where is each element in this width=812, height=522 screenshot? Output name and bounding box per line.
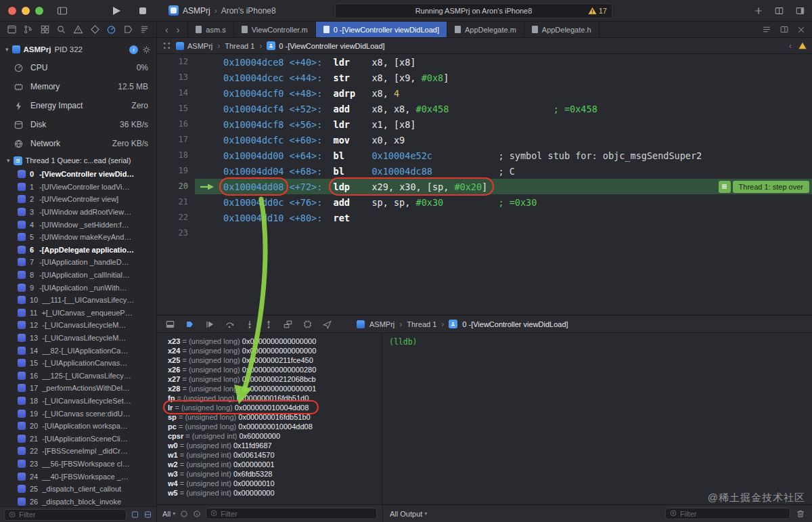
toggle-navigator-icon[interactable] bbox=[57, 5, 68, 16]
disclosure-icon[interactable]: ▾ bbox=[7, 157, 10, 164]
info-icon[interactable]: i bbox=[129, 45, 138, 54]
warning-count-badge[interactable]: 17 bbox=[588, 4, 607, 18]
stack-frame-row[interactable]: 5 -[UIWindow makeKeyAnd… bbox=[0, 231, 156, 244]
register-row[interactable]: lr = (unsigned long) 0x000000010004dd08 bbox=[157, 403, 382, 412]
view-mode-icon[interactable] bbox=[143, 510, 152, 519]
source-control-navigator-icon[interactable] bbox=[23, 24, 33, 35]
stack-frame-row[interactable]: 15 -[_UIApplicationCanvas… bbox=[0, 357, 156, 370]
gear-icon[interactable] bbox=[142, 45, 151, 54]
stack-frame-row[interactable]: 3 -[UIWindow addRootView… bbox=[0, 206, 156, 219]
register-row[interactable]: x24 = (unsigned long) 0x0000000000000000 bbox=[157, 346, 382, 355]
adjust-editor-icon[interactable] bbox=[762, 25, 771, 34]
register-row[interactable]: w0 = (unsigned int) 0x11fd9687 bbox=[157, 441, 382, 450]
debug-console[interactable]: (lldb) bbox=[382, 333, 812, 504]
assembly-instruction[interactable]: 0x10004dcf0 <+48>: adrp x8, 4 bbox=[223, 88, 399, 99]
assembly-instruction[interactable]: 0x10004dcf4 <+52>: add x8, x8, #0x458 ; … bbox=[223, 104, 597, 114]
stack-frame-row[interactable]: 10 __111-[__UICanvasLifecy… bbox=[0, 294, 156, 307]
stack-frame-row[interactable]: 4 -[UIWindow _setHidden:f… bbox=[0, 218, 156, 231]
line-number[interactable]: 14 bbox=[157, 85, 195, 101]
stack-frame-row[interactable]: 11 +[_UICanvas _enqueueP… bbox=[0, 307, 156, 320]
stack-frame-row[interactable]: 24 __40-[FBSWorkspace _… bbox=[0, 470, 156, 483]
register-row[interactable]: x23 = (unsigned long) 0x0000000000000000 bbox=[157, 336, 382, 346]
line-number[interactable]: 16 bbox=[157, 116, 195, 132]
variables-filter-field[interactable] bbox=[206, 508, 377, 519]
navigator-filter-field[interactable] bbox=[4, 509, 127, 521]
assembly-instruction[interactable]: 0x10004dd10 <+80>: ret bbox=[223, 213, 350, 223]
breakpoints-toggle-icon[interactable] bbox=[185, 320, 195, 329]
assembly-instruction[interactable]: 0x10004dd00 <+64>: bl 0x10004e52c ; symb… bbox=[223, 150, 702, 161]
line-number[interactable]: 17 bbox=[157, 132, 195, 148]
thread-state-badge[interactable]: Thread 1: step over bbox=[719, 181, 809, 193]
stack-frame-row[interactable]: 22 -[FBSSceneImpl _didCr… bbox=[0, 445, 156, 458]
tab-asm-s[interactable]: asm.s bbox=[188, 22, 233, 37]
zoom-button[interactable] bbox=[35, 7, 43, 15]
chevron-left-icon[interactable]: ‹ bbox=[789, 41, 792, 51]
minimize-button[interactable] bbox=[22, 7, 30, 15]
stack-frame-row[interactable]: 18 -[_UICanvasLifecycleSet… bbox=[0, 395, 156, 408]
assembly-instruction[interactable]: 0x10004dd0c <+76>: add sp, sp, #0x30 ; =… bbox=[223, 197, 537, 208]
tab-viewcontroller-m[interactable]: ViewController.m bbox=[234, 22, 316, 37]
assembly-instruction[interactable]: 0x10004dcfc <+60>: mov x0, x9 bbox=[223, 135, 405, 146]
find-navigator-icon[interactable] bbox=[56, 24, 66, 35]
continue-icon[interactable] bbox=[204, 320, 215, 329]
breadcrumb-symbol[interactable]: 0 -[ViewController viewDidLoad] bbox=[267, 41, 384, 50]
test-navigator-icon[interactable] bbox=[90, 24, 100, 35]
breadcrumb-label[interactable]: Thread 1 bbox=[407, 320, 436, 328]
line-number[interactable]: 15 bbox=[157, 101, 195, 116]
report-navigator-icon[interactable] bbox=[139, 24, 150, 35]
stack-frame-row[interactable]: 0 -[ViewController viewDid… bbox=[0, 168, 156, 181]
assembly-instruction[interactable]: 0x10004dcf8 <+56>: ldr x1, [x8] bbox=[223, 119, 416, 130]
project-navigator-icon[interactable] bbox=[7, 24, 17, 35]
line-number[interactable]: 22 bbox=[157, 210, 195, 225]
stack-frame-row[interactable]: 13 -[_UICanvasLifecycleM… bbox=[0, 332, 156, 345]
stack-frame-row[interactable]: 2 -[UIViewController view] bbox=[0, 193, 156, 206]
related-items-icon[interactable] bbox=[162, 41, 171, 50]
register-row[interactable]: w1 = (unsigned int) 0x00614570 bbox=[157, 450, 382, 460]
register-row[interactable]: w3 = (unsigned int) 0x6fdb5328 bbox=[157, 469, 382, 479]
breakpoint-navigator-icon[interactable] bbox=[123, 24, 133, 35]
trash-icon[interactable] bbox=[796, 509, 805, 519]
stack-frame-row[interactable]: 8 -[UIApplication _callInitial… bbox=[0, 269, 156, 282]
run-button[interactable] bbox=[112, 6, 121, 16]
breadcrumb-project[interactable]: ASMPrj bbox=[176, 42, 212, 50]
stack-frame-row[interactable]: 12 -[_UICanvasLifecycleM… bbox=[0, 319, 156, 332]
warning-jump-icon[interactable] bbox=[798, 42, 807, 49]
step-over-icon[interactable] bbox=[224, 320, 235, 329]
gauge-network[interactable]: Network Zero KB/s bbox=[0, 134, 156, 153]
add-editor-icon[interactable] bbox=[774, 6, 784, 16]
variables-filter-input[interactable] bbox=[221, 510, 382, 518]
variables-scope-select[interactable]: All ▾ bbox=[162, 510, 175, 518]
console-filter-input[interactable] bbox=[680, 510, 796, 518]
stack-frame-row[interactable]: 1 -[UIViewController loadVi… bbox=[0, 181, 156, 194]
back-icon[interactable]: ‹ bbox=[165, 24, 168, 35]
stack-frame-row[interactable]: 21 -[UIApplicationSceneCli… bbox=[0, 432, 156, 445]
stack-frame-row[interactable]: 26 _dispatch_block_invoke bbox=[0, 495, 156, 506]
stack-frame-row[interactable]: 7 -[UIApplication _handleD… bbox=[0, 256, 156, 269]
register-row[interactable]: w2 = (unsigned int) 0x00000001 bbox=[157, 460, 382, 469]
step-into-icon[interactable] bbox=[245, 320, 254, 329]
thread-row[interactable]: ▾ Thread 1 Queue: c...ead (serial) bbox=[0, 153, 156, 168]
tab-viewdidload-disassembly[interactable]: 0 -[ViewController viewDidLoad] bbox=[316, 22, 447, 37]
debug-navigator-icon[interactable] bbox=[106, 24, 116, 35]
breadcrumb-label[interactable]: 0 -[ViewController viewDidLoad] bbox=[462, 320, 568, 328]
close-button[interactable] bbox=[8, 7, 16, 15]
stack-frame-row[interactable]: 17 _performActionsWithDel… bbox=[0, 382, 156, 395]
assembly-instruction[interactable]: 0x10004dce8 <+40>: ldr x8, [x8] bbox=[223, 57, 416, 68]
stop-button[interactable] bbox=[139, 7, 147, 15]
toggle-inspector-icon[interactable] bbox=[795, 6, 805, 16]
stack-frame-row[interactable]: 16 __125-[_UICanvasLifecy… bbox=[0, 370, 156, 383]
register-row[interactable]: x28 = (unsigned long) 0x0000000000000001 bbox=[157, 384, 382, 393]
split-editor-icon[interactable] bbox=[780, 25, 789, 34]
flat-view-icon[interactable] bbox=[180, 510, 188, 518]
register-row[interactable]: cpsr = (unsigned int) 0x60000000 bbox=[157, 431, 382, 441]
scheme-selector[interactable]: ASMPrj › Aron's iPhone8 bbox=[168, 5, 276, 16]
navigator-filter-input[interactable] bbox=[19, 510, 132, 519]
tab-appdelegate-m[interactable]: AppDelegate.m bbox=[447, 22, 524, 37]
line-number[interactable]: 18 bbox=[157, 148, 195, 163]
view-hierarchy-icon[interactable] bbox=[283, 320, 293, 329]
console-output-select[interactable]: All Output ▾ bbox=[390, 510, 427, 518]
register-row[interactable]: x25 = (unsigned long) 0x0000000211fce450 bbox=[157, 355, 382, 365]
step-out-icon[interactable] bbox=[264, 320, 273, 329]
gauge-disk[interactable]: Disk 36 KB/s bbox=[0, 115, 156, 134]
assembly-instruction[interactable]: 0x10004dd04 <+68>: bl 0x10004dc88 ; C bbox=[223, 166, 515, 177]
